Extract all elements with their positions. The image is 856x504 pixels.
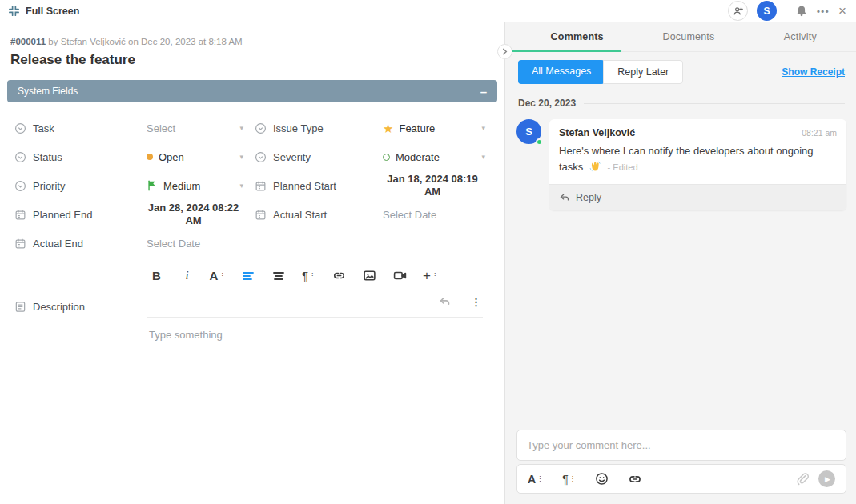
comment-body: Stefan Veljković 08:21 am Here's where I… — [549, 119, 846, 184]
italic-button[interactable]: i — [177, 266, 197, 286]
paragraph-style-button[interactable]: ¶⋮ — [299, 266, 319, 286]
calendar-icon — [255, 180, 267, 192]
actual-end-value[interactable]: Select Date — [147, 238, 255, 250]
date-divider: Dec 20, 2023 — [518, 98, 845, 109]
editor-menu-button[interactable]: ⋮ — [471, 296, 481, 308]
edited-label: - Edited — [608, 162, 638, 172]
more-options-icon[interactable]: ••• — [817, 6, 830, 16]
divider-line — [584, 103, 845, 104]
comment-avatar-wrap: S — [516, 119, 541, 144]
dots-icon: ⋮ — [537, 476, 543, 482]
task-id: #000011 — [10, 37, 46, 46]
calendar-icon — [14, 209, 26, 221]
planned-end-value[interactable]: Jan 28, 2024 08:22 AM — [147, 202, 255, 228]
smiley-icon — [595, 472, 609, 486]
comment-author: Stefan Veljković — [559, 127, 635, 138]
align-left-icon — [242, 270, 255, 282]
person-add-icon — [733, 6, 744, 17]
severity-select[interactable]: Moderate ▾ — [383, 151, 496, 163]
tab-documents[interactable]: Documents — [633, 22, 744, 51]
align-center-button[interactable] — [268, 266, 288, 286]
collapse-section-icon[interactable]: – — [480, 86, 487, 98]
description-input[interactable]: Type something — [147, 329, 483, 341]
waving-hand-emoji — [589, 160, 601, 173]
chevron-down-icon: ▾ — [239, 182, 243, 190]
insert-image-button[interactable] — [360, 266, 380, 286]
insert-link-button[interactable] — [329, 266, 349, 286]
text-style-button[interactable]: A⋮ — [528, 473, 543, 486]
text-cursor — [147, 329, 147, 341]
circle-chevron-icon — [14, 122, 26, 134]
task-meta: #000011 by Stefan Veljković on Dec 20, 2… — [10, 37, 504, 46]
panel-tabs: Comments Documents Activity — [505, 22, 856, 52]
system-fields-title: System Fields — [18, 86, 78, 97]
calendar-icon — [255, 209, 267, 221]
attach-file-button[interactable] — [795, 472, 809, 486]
all-messages-button[interactable]: All Messages — [518, 60, 605, 84]
field-label-severity: Severity — [255, 151, 383, 163]
field-label-description: Description — [14, 266, 147, 341]
field-label-issue-type: Issue Type — [255, 122, 383, 134]
task-detail-panel: #000011 by Stefan Veljković on Dec 20, 2… — [0, 22, 504, 504]
circle-chevron-icon — [14, 151, 26, 163]
bold-button[interactable]: B — [147, 266, 167, 286]
chevron-down-icon: ▾ — [239, 124, 243, 132]
status-open-dot-icon — [147, 154, 153, 160]
actual-start-value[interactable]: Select Date — [383, 209, 496, 221]
topbar-divider — [786, 4, 786, 18]
add-user-button[interactable] — [728, 1, 748, 21]
notifications-bell-icon[interactable] — [795, 5, 808, 18]
comment-item: S Stefan Veljković 08:21 am Here's where… — [516, 119, 846, 210]
field-label-status: Status — [14, 151, 147, 163]
close-icon[interactable]: × — [838, 4, 846, 18]
reply-arrow-icon — [559, 192, 570, 203]
comment-input[interactable] — [516, 430, 846, 461]
comment-timestamp: 08:21 am — [802, 128, 837, 138]
reply-button[interactable]: Reply — [549, 184, 846, 210]
emoji-button[interactable] — [595, 472, 609, 486]
reply-later-button[interactable]: Reply Later — [603, 60, 683, 84]
composer-toolbar: A⋮ ¶⋮ ▶ — [516, 464, 846, 494]
field-label-priority: Priority — [14, 180, 147, 192]
dots-icon: ⋮ — [309, 273, 315, 279]
fullscreen-label[interactable]: Full Screen — [26, 6, 79, 17]
insert-more-button[interactable]: +⋮ — [420, 266, 440, 286]
text-style-button[interactable]: A⋮ — [207, 266, 227, 286]
comments-filter-row: All Messages Reply Later Show Receipt — [518, 60, 845, 84]
image-icon — [363, 269, 376, 282]
system-fields-header[interactable]: System Fields – — [7, 80, 497, 102]
fullscreen-icon[interactable] — [8, 5, 20, 17]
dots-icon: ⋮ — [432, 273, 438, 279]
field-label-actual-start: Actual Start — [255, 209, 383, 221]
task-select[interactable]: Select ▾ — [147, 122, 255, 134]
video-camera-icon — [393, 269, 407, 282]
comment-card: Stefan Veljković 08:21 am Here's where I… — [549, 119, 846, 210]
insert-video-button[interactable] — [390, 266, 410, 286]
align-left-button[interactable] — [238, 266, 258, 286]
show-receipt-link[interactable]: Show Receipt — [782, 66, 845, 78]
issue-type-select[interactable]: ★ Feature ▾ — [383, 122, 496, 134]
chevron-right-icon — [501, 48, 508, 55]
field-label-planned-start: Planned Start — [255, 180, 383, 192]
planned-start-value[interactable]: Jan 18, 2024 08:19 AM — [383, 173, 496, 199]
insert-link-button[interactable] — [628, 472, 642, 486]
document-lines-icon — [14, 301, 26, 313]
paragraph-style-button[interactable]: ¶⋮ — [562, 473, 576, 486]
tab-activity[interactable]: Activity — [745, 22, 856, 51]
panel-collapse-button[interactable] — [497, 44, 512, 59]
circle-chevron-icon — [14, 180, 26, 192]
rich-text-toolbar-secondary: ⋮ — [147, 295, 481, 309]
priority-select[interactable]: Medium ▾ — [147, 180, 255, 192]
user-avatar[interactable]: S — [757, 1, 777, 21]
paperclip-icon — [795, 472, 809, 486]
status-select[interactable]: Open ▾ — [147, 151, 255, 163]
field-label-actual-end: Actual End — [14, 238, 147, 250]
tab-comments[interactable]: Comments — [521, 22, 633, 51]
message-filter-segmented: All Messages Reply Later — [518, 60, 683, 84]
field-label-planned-end: Planned End — [14, 209, 147, 221]
align-center-icon — [272, 270, 285, 282]
editor-divider — [147, 317, 483, 318]
send-comment-button[interactable]: ▶ — [818, 470, 835, 487]
dots-icon: ⋮ — [219, 273, 225, 279]
undo-button[interactable] — [438, 295, 452, 309]
